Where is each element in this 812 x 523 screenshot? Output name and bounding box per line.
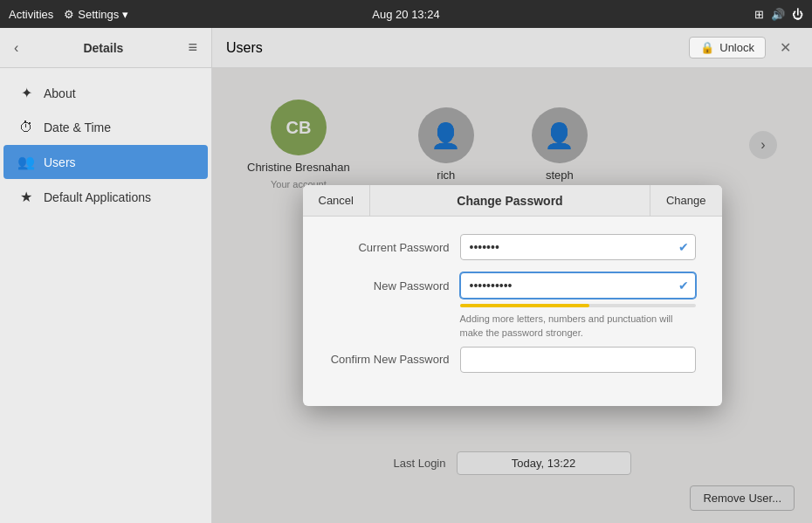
confirm-password-wrap (460, 347, 696, 373)
confirm-password-input[interactable] (460, 347, 696, 373)
modal-body: Current Password ✔ New Password ✔ (303, 217, 722, 406)
topbar-right: ⊞ 🔊 ⏻ (754, 8, 803, 21)
confirm-password-label: Confirm New Password (329, 353, 460, 366)
sidebar-item-label: Users (44, 155, 76, 169)
modal-cancel-button[interactable]: Cancel (303, 185, 370, 216)
unlock-button[interactable]: 🔒 Unlock (689, 37, 766, 58)
confirm-password-row: Confirm New Password (329, 347, 696, 373)
menu-button[interactable]: ≡ (182, 35, 203, 60)
back-button[interactable]: ‹ (9, 37, 24, 59)
new-password-check-icon: ✔ (678, 279, 689, 292)
modal-header: Cancel Change Password Change (303, 185, 722, 217)
about-icon: ✦ (17, 85, 35, 101)
current-password-input[interactable] (460, 234, 696, 260)
activities-button[interactable]: Activities (9, 8, 53, 21)
current-password-wrap: ✔ (460, 234, 696, 260)
new-password-row: New Password ✔ (329, 272, 696, 299)
sidebar-title: Details (31, 41, 175, 55)
sidebar-header: ‹ Details ≡ (0, 28, 212, 67)
new-password-wrap: ✔ (460, 272, 696, 299)
strength-bar-fill (460, 304, 590, 307)
modal-title: Change Password (370, 194, 650, 208)
sidebar-item-default-apps[interactable]: ★ Default Applications (3, 180, 208, 214)
strength-bar-bg (460, 304, 696, 307)
strength-bar-area: Adding more letters, numbers and punctua… (460, 304, 696, 340)
sidebar-item-datetime[interactable]: ⏱ Date & Time (3, 111, 208, 144)
main-content: CB Christine Bresnahan Your account 👤 ri… (212, 68, 812, 523)
power-icon: ⏻ (792, 8, 803, 21)
topbar-datetime: Aug 20 13:24 (372, 8, 439, 21)
current-password-label: Current Password (329, 241, 460, 254)
new-password-input[interactable] (460, 272, 696, 299)
current-password-row: Current Password ✔ (329, 234, 696, 260)
gear-icon: ⚙ (64, 8, 74, 21)
sidebar: ✦ About ⏱ Date & Time 👥 Users ★ Default … (0, 68, 212, 523)
modal-overlay: Cancel Change Password Change Current Pa… (212, 68, 812, 523)
change-password-modal: Cancel Change Password Change Current Pa… (303, 185, 722, 406)
sidebar-item-label: Default Applications (44, 190, 151, 204)
sidebar-item-about[interactable]: ✦ About (3, 76, 208, 110)
close-button[interactable]: ✕ (773, 36, 798, 59)
window-header: ‹ Details ≡ Users 🔒 Unlock ✕ (0, 28, 812, 68)
sidebar-item-label: Date & Time (44, 120, 111, 134)
strength-hint: Adding more letters, numbers and punctua… (460, 313, 696, 340)
content-area: ✦ About ⏱ Date & Time 👥 Users ★ Default … (0, 68, 812, 523)
topbar: Activities ⚙ Settings ▾ Aug 20 13:24 ⊞ 🔊… (0, 0, 812, 28)
volume-icon: 🔊 (771, 8, 785, 21)
main-header: Users 🔒 Unlock ✕ (212, 36, 812, 59)
main-header-title: Users (226, 40, 263, 56)
app-window: ‹ Details ≡ Users 🔒 Unlock ✕ ✦ About ⏱ (0, 28, 812, 523)
new-password-label: New Password (329, 279, 460, 292)
modal-change-button[interactable]: Change (650, 185, 722, 216)
topbar-left: Activities ⚙ Settings ▾ (9, 8, 128, 21)
star-icon: ★ (17, 189, 35, 205)
chevron-down-icon: ▾ (122, 8, 128, 21)
clock-icon: ⏱ (17, 120, 35, 135)
network-icon: ⊞ (754, 8, 764, 21)
users-icon: 👥 (17, 154, 35, 170)
settings-menu[interactable]: ⚙ Settings ▾ (64, 8, 128, 21)
sidebar-item-label: About (44, 86, 76, 100)
lock-icon: 🔒 (700, 41, 714, 54)
current-password-check-icon: ✔ (678, 240, 689, 254)
sidebar-item-users[interactable]: 👥 Users (3, 145, 208, 179)
